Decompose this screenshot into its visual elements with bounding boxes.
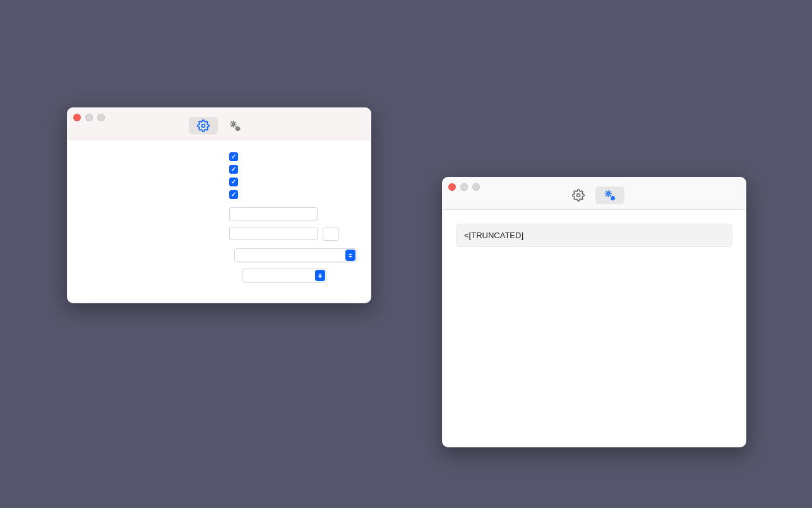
chevron-updown-icon <box>315 270 325 281</box>
titlebar <box>442 177 746 210</box>
gears-icon <box>229 119 241 132</box>
prefs-tabs <box>189 117 249 135</box>
label-upload-exists <box>81 255 234 256</box>
titlebar <box>67 107 371 140</box>
label-password <box>81 233 229 234</box>
checkbox-tftp[interactable] <box>229 152 238 161</box>
advanced-content: <[TRUNCATED] <box>442 210 746 263</box>
tab-advanced[interactable] <box>220 117 249 135</box>
prefs-window-general <box>67 107 371 303</box>
show-password-button[interactable] <box>323 227 339 241</box>
prefs-tabs <box>564 186 624 204</box>
password-field[interactable] <box>229 227 318 240</box>
minimize-icon[interactable] <box>85 114 93 121</box>
zoom-icon[interactable] <box>472 183 480 191</box>
gears-icon <box>604 189 616 202</box>
username-field[interactable] <box>229 207 318 221</box>
svg-point-1 <box>232 123 235 126</box>
svg-point-2 <box>237 128 239 130</box>
upload-exists-popup[interactable] <box>234 248 357 262</box>
tab-advanced[interactable] <box>595 186 624 204</box>
close-icon[interactable] <box>448 183 456 191</box>
label-username <box>81 214 229 215</box>
group-http: <[TRUNCATED] <box>456 224 732 247</box>
checkbox-ftp[interactable] <box>229 178 238 186</box>
svg-point-3 <box>577 194 580 197</box>
prefs-window-advanced: <[TRUNCATED] <box>442 177 746 447</box>
gear-icon <box>572 189 585 202</box>
checkbox-http[interactable] <box>229 165 238 174</box>
svg-point-0 <box>202 124 205 128</box>
general-content <box>67 140 371 299</box>
window-controls <box>448 183 480 191</box>
minimize-icon[interactable] <box>460 183 468 191</box>
tab-general[interactable] <box>189 117 218 135</box>
close-icon[interactable] <box>73 114 81 121</box>
checkbox-sftp[interactable] <box>229 190 238 199</box>
tab-general[interactable] <box>564 186 593 204</box>
chevron-updown-icon <box>345 250 355 261</box>
label-protocol <box>81 150 229 152</box>
svg-point-5 <box>612 197 614 199</box>
gear-icon <box>197 119 210 132</box>
window-controls <box>73 114 105 121</box>
svg-point-4 <box>607 193 610 195</box>
label-remove-items <box>81 275 242 276</box>
zoom-icon[interactable] <box>97 114 105 121</box>
remove-items-popup[interactable] <box>242 269 327 282</box>
